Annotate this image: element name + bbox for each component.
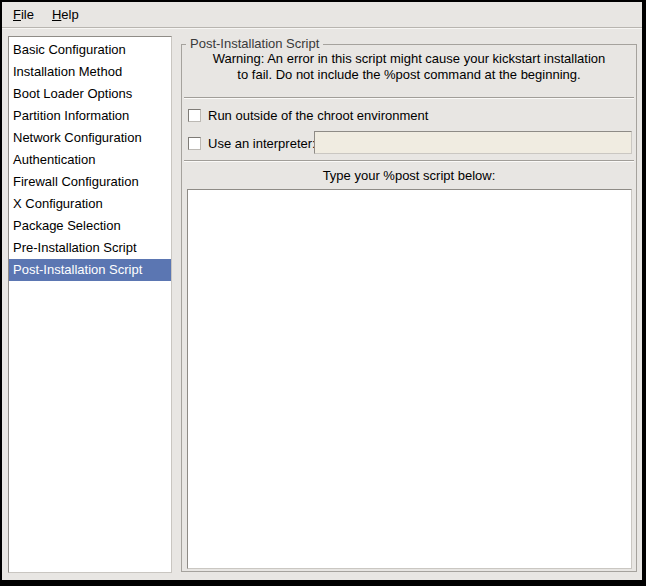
menu-help-label: H bbox=[52, 7, 61, 22]
section-list: Basic Configuration Installation Method … bbox=[8, 36, 172, 573]
separator bbox=[184, 160, 634, 162]
script-prompt-label: Type your %post script below: bbox=[182, 168, 636, 183]
use-interpreter-checkbox[interactable] bbox=[188, 137, 201, 150]
menu-file[interactable]: File bbox=[4, 3, 43, 26]
use-interpreter-option: Use an interpreter: bbox=[188, 131, 630, 155]
kickstart-configurator-window: File Help Basic Configuration Installati… bbox=[2, 2, 642, 580]
sidebar-item-pre-installation-script[interactable]: Pre-Installation Script bbox=[9, 237, 171, 259]
interpreter-input[interactable] bbox=[314, 131, 632, 154]
screenshot-root: { "menubar": { "items": [ { "label": "Fi… bbox=[0, 0, 646, 586]
menu-file-label: F bbox=[13, 7, 21, 22]
run-outside-chroot-label: Run outside of the chroot environment bbox=[208, 108, 428, 123]
sidebar-item-boot-loader-options[interactable]: Boot Loader Options bbox=[9, 83, 171, 105]
post-installation-script-frame: Post-Installation Script Warning: An err… bbox=[181, 44, 637, 572]
sidebar-item-authentication[interactable]: Authentication bbox=[9, 149, 171, 171]
warning-line-1: Warning: An error in this script might c… bbox=[182, 51, 636, 67]
run-outside-chroot-option[interactable]: Run outside of the chroot environment bbox=[188, 105, 630, 125]
sidebar-item-basic-configuration[interactable]: Basic Configuration bbox=[9, 39, 171, 61]
menubar: File Help bbox=[2, 2, 642, 28]
sidebar-item-x-configuration[interactable]: X Configuration bbox=[9, 193, 171, 215]
use-interpreter-label: Use an interpreter: bbox=[208, 136, 316, 151]
sidebar-item-partition-information[interactable]: Partition Information bbox=[9, 105, 171, 127]
menu-help[interactable]: Help bbox=[43, 3, 88, 26]
sidebar-item-package-selection[interactable]: Package Selection bbox=[9, 215, 171, 237]
warning-line-2: to fail. Do not include the %post comman… bbox=[182, 67, 636, 83]
run-outside-chroot-checkbox[interactable] bbox=[188, 109, 201, 122]
warning-text: Warning: An error in this script might c… bbox=[182, 51, 636, 83]
sidebar-item-firewall-configuration[interactable]: Firewall Configuration bbox=[9, 171, 171, 193]
frame-title: Post-Installation Script bbox=[186, 36, 323, 51]
post-script-textarea[interactable] bbox=[187, 189, 632, 569]
sidebar-item-post-installation-script[interactable]: Post-Installation Script bbox=[9, 259, 171, 281]
sidebar-item-network-configuration[interactable]: Network Configuration bbox=[9, 127, 171, 149]
sidebar-item-installation-method[interactable]: Installation Method bbox=[9, 61, 171, 83]
separator bbox=[184, 97, 634, 99]
